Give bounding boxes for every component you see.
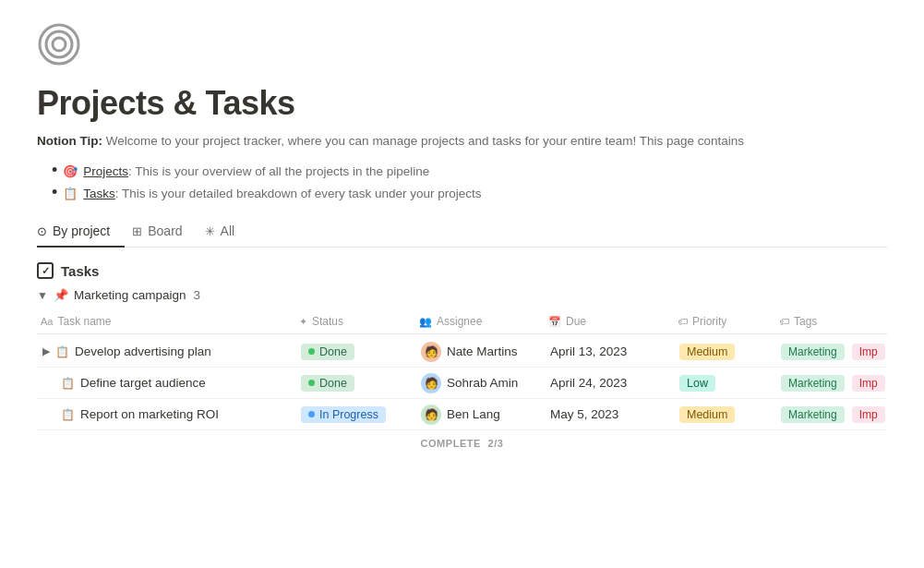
tab-board-label: Board	[148, 224, 182, 238]
tab-board[interactable]: ⊞ Board	[132, 216, 197, 248]
bullet-dot: •	[52, 184, 57, 200]
col-due-label: Due	[566, 315, 586, 328]
task-name-1: Define target audience	[80, 376, 206, 390]
tasks-header: Tasks	[37, 262, 887, 279]
status-cell-0: Done	[295, 342, 415, 362]
col-priority: 🏷 Priority	[674, 313, 775, 330]
table-row[interactable]: 📋 Define target audience Done 🧑 Sohrab A…	[37, 368, 887, 399]
col-priority-icon: 🏷	[678, 316, 688, 327]
svg-point-2	[53, 38, 66, 51]
col-priority-label: Priority	[692, 315, 726, 328]
group-name: Marketing campaign	[74, 288, 186, 302]
complete-row: COMPLETE 2/3	[37, 430, 887, 456]
col-assignee: 👥 Assignee	[415, 313, 545, 330]
col-tags: 🏷 Tags	[775, 313, 886, 330]
status-dot-0	[308, 348, 315, 355]
col-task-name: Aa Task name	[37, 313, 295, 330]
status-text-0: Done	[319, 345, 347, 358]
col-aa-icon: Aa	[41, 316, 53, 327]
complete-label: COMPLETE	[420, 438, 481, 449]
by-project-icon: ⊙	[37, 224, 47, 238]
bullet-icon-tasks: 📋	[63, 187, 78, 200]
assignee-cell-0: 🧑 Nate Martins	[415, 340, 545, 364]
tasks-desc: : This is your detailed breakdown of eve…	[115, 187, 482, 200]
task-name-cell-2: 📋 Report on marketing ROI	[37, 405, 295, 423]
col-tags-label: Tags	[794, 315, 817, 328]
task-icon-1: 📋	[61, 377, 75, 390]
tasks-section: Tasks ▼ 📌 Marketing campaign 3 Aa Task n…	[37, 262, 887, 456]
bullet-icon-projects: 🎯	[63, 164, 78, 178]
task-icon-2: 📋	[61, 408, 75, 421]
tasks-table: Aa Task name ✦ Status 👥 Assignee 📅 Due 🏷	[37, 309, 887, 430]
tag-imp-2: Imp	[852, 406, 885, 423]
task-name-0: Develop advertising plan	[75, 344, 211, 358]
tab-all-label: All	[221, 224, 235, 238]
priority-badge-0: Medium	[679, 344, 735, 360]
projects-desc: : This is your overview of all the proje…	[128, 164, 429, 178]
due-date-0: April 13, 2023	[550, 344, 627, 358]
tag-imp-1: Imp	[852, 375, 885, 392]
task-name-2: Report on marketing ROI	[80, 407, 219, 421]
group-icon: 📌	[54, 288, 68, 302]
status-text-1: Done	[319, 377, 347, 390]
tags-cell-2: Marketing Imp	[775, 405, 886, 425]
priority-cell-2: Medium	[674, 405, 775, 425]
avatar-1: 🧑	[421, 373, 441, 393]
projects-link[interactable]: Projects	[83, 164, 128, 178]
row-expand-0[interactable]: ▶	[42, 345, 50, 357]
status-cell-2: In Progress	[295, 405, 415, 425]
group-row: ▼ 📌 Marketing campaign 3	[37, 288, 887, 302]
table-row[interactable]: ▶ 📋 Develop advertising plan Done 🧑 Nate…	[37, 336, 887, 368]
board-icon: ⊞	[132, 224, 142, 238]
group-count: 3	[193, 288, 200, 302]
group-toggle[interactable]: ▼	[37, 289, 48, 302]
tasks-link[interactable]: Tasks	[83, 187, 115, 200]
due-cell-2: May 5, 2023	[545, 405, 674, 423]
status-cell-1: Done	[295, 373, 415, 393]
priority-badge-2: Medium	[679, 406, 735, 423]
status-text-2: In Progress	[319, 408, 378, 421]
assignee-name-1: Sohrab Amin	[447, 376, 518, 390]
status-badge-0: Done	[301, 344, 354, 360]
task-name-cell-1: 📋 Define target audience	[37, 374, 295, 392]
tag-marketing-2: Marketing	[781, 406, 845, 423]
col-task-name-label: Task name	[57, 315, 111, 328]
svg-point-1	[46, 31, 72, 57]
col-tags-icon: 🏷	[779, 316, 789, 327]
avatar-2: 🧑	[421, 405, 441, 425]
avatar-0: 🧑	[421, 342, 441, 362]
app-logo	[37, 22, 887, 69]
col-assignee-label: Assignee	[437, 315, 482, 328]
page-title: Projects & Tasks	[37, 84, 887, 123]
assignee-name-0: Nate Martins	[447, 344, 518, 358]
col-status-label: Status	[312, 315, 343, 328]
tag-imp-0: Imp	[852, 344, 885, 360]
due-date-1: April 24, 2023	[550, 376, 627, 390]
status-dot-2	[308, 411, 315, 417]
list-item: • 🎯 Projects: This is your overview of a…	[52, 162, 887, 178]
tasks-header-label: Tasks	[61, 263, 99, 279]
tags-cell-1: Marketing Imp	[775, 373, 886, 393]
tag-marketing-1: Marketing	[781, 375, 845, 392]
tip-text: Welcome to your project tracker, where y…	[106, 134, 744, 148]
complete-fraction: 2/3	[488, 438, 504, 449]
priority-cell-0: Medium	[674, 342, 775, 362]
assignee-name-2: Ben Lang	[447, 407, 500, 421]
priority-cell-1: Low	[674, 373, 775, 393]
task-icon-0: 📋	[55, 345, 69, 358]
all-icon: ✳	[205, 224, 215, 238]
tip-label: Notion Tip:	[37, 134, 102, 148]
status-badge-1: Done	[301, 375, 354, 392]
priority-badge-1: Low	[679, 375, 715, 392]
bullet-dot: •	[52, 162, 57, 178]
tab-by-project[interactable]: ⊙ By project	[37, 216, 125, 248]
col-status-icon: ✦	[299, 316, 307, 328]
assignee-cell-1: 🧑 Sohrab Amin	[415, 371, 545, 395]
col-assignee-icon: 👥	[419, 316, 432, 328]
table-row[interactable]: 📋 Report on marketing ROI In Progress 🧑 …	[37, 399, 887, 430]
col-status: ✦ Status	[295, 313, 415, 330]
assignee-cell-2: 🧑 Ben Lang	[415, 403, 545, 427]
tasks-checkbox-icon	[37, 262, 54, 279]
col-due: 📅 Due	[545, 313, 674, 330]
tab-all[interactable]: ✳ All	[205, 216, 250, 248]
